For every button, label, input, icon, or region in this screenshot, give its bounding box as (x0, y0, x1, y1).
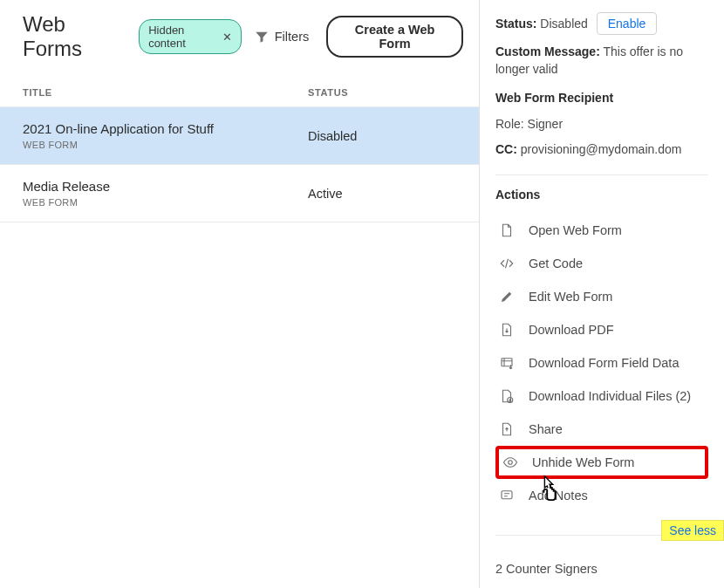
action-label: Add Notes (529, 489, 588, 503)
note-icon (499, 488, 515, 503)
action-share[interactable]: Share (495, 413, 708, 446)
filter-chip-hidden-content[interactable]: Hidden content ✕ (139, 19, 242, 54)
table-row[interactable]: 2021 On-line Application for Stuff WEB F… (0, 107, 479, 165)
action-list: Open Web Form Get Code Edit Web Form Dow… (495, 214, 708, 512)
document-icon (499, 222, 515, 238)
download-data-icon (499, 355, 515, 371)
share-icon (499, 421, 515, 437)
page-title: Web Forms (23, 12, 121, 61)
column-header-title[interactable]: TITLE (23, 87, 308, 98)
row-subtype: WEB FORM (23, 197, 308, 208)
filter-icon (254, 29, 270, 44)
role-label: Role: (495, 117, 524, 131)
action-edit-web-form[interactable]: Edit Web Form (495, 280, 708, 313)
divider (495, 174, 708, 175)
column-header-status[interactable]: STATUS (308, 87, 456, 98)
details-panel: Status: Disabled Enable Custom Message: … (480, 0, 724, 588)
action-label: Open Web Form (529, 223, 622, 237)
action-download-individual-files[interactable]: Download Individual Files (2) (495, 379, 708, 413)
row-title: 2021 On-line Application for Stuff (23, 121, 308, 136)
custom-message-label: Custom Message: (495, 44, 600, 58)
download-pdf-icon (499, 322, 515, 338)
status-line: Status: Disabled Enable (495, 12, 708, 35)
svg-point-2 (509, 461, 513, 465)
counter-signers[interactable]: 2 Counter Signers (495, 548, 708, 576)
action-label: Share (529, 422, 563, 436)
cc-value: provisioning@mydomain.dom (521, 142, 682, 156)
download-files-icon (499, 388, 515, 404)
action-label: Download PDF (529, 323, 614, 337)
action-add-notes[interactable]: Add Notes (495, 479, 708, 512)
status-value: Disabled (540, 17, 587, 31)
row-subtype: WEB FORM (23, 140, 308, 150)
cc-label: CC: (495, 142, 517, 156)
svg-rect-3 (502, 491, 512, 499)
enable-button[interactable]: Enable (597, 12, 658, 35)
table-header: TITLE STATUS (0, 75, 479, 107)
custom-message-line: Custom Message: This offer is no longer … (495, 44, 708, 78)
see-less-link[interactable]: See less (661, 520, 724, 541)
action-unhide-web-form[interactable]: Unhide Web Form (495, 446, 708, 479)
action-label: Get Code (529, 256, 583, 270)
row-title: Media Release (23, 179, 308, 194)
action-label: Download Individual Files (2) (529, 389, 691, 403)
close-icon[interactable]: ✕ (222, 31, 232, 44)
row-status: Active (308, 187, 456, 201)
actions-heading: Actions (495, 188, 708, 202)
code-icon (499, 256, 515, 271)
action-download-form-field-data[interactable]: Download Form Field Data (495, 346, 708, 379)
create-web-form-button[interactable]: Create a Web Form (326, 16, 463, 58)
header-row: Web Forms Hidden content ✕ Filters Creat… (0, 12, 479, 75)
row-status: Disabled (308, 129, 456, 143)
action-download-pdf[interactable]: Download PDF (495, 313, 708, 346)
role-value: Signer (528, 117, 563, 131)
status-label: Status: (495, 17, 536, 31)
filters-button[interactable]: Filters (254, 29, 309, 44)
table-row[interactable]: Media Release WEB FORM Active (0, 165, 479, 222)
action-label: Edit Web Form (529, 290, 612, 304)
action-open-web-form[interactable]: Open Web Form (495, 214, 708, 247)
filters-button-label: Filters (275, 30, 309, 44)
main-panel: Web Forms Hidden content ✕ Filters Creat… (0, 0, 480, 588)
role-line: Role: Signer (495, 116, 708, 133)
action-get-code[interactable]: Get Code (495, 247, 708, 280)
cc-line: CC: provisioning@mydomain.dom (495, 141, 708, 159)
action-label: Unhide Web Form (532, 455, 634, 469)
pencil-icon (499, 289, 515, 304)
action-label: Download Form Field Data (529, 356, 679, 370)
filter-chip-label: Hidden content (148, 24, 217, 50)
recipient-heading: Web Form Recipient (495, 91, 613, 105)
eye-icon (502, 455, 518, 470)
